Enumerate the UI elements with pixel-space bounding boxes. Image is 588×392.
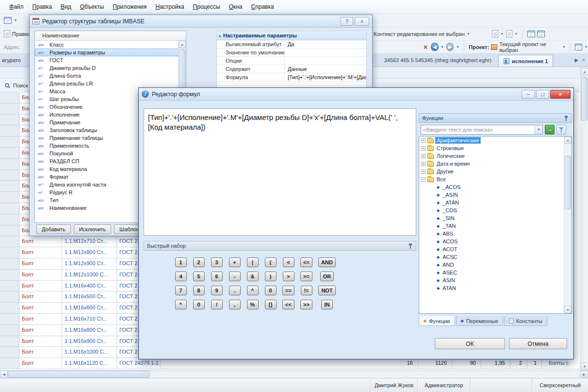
- row-header-cell[interactable]: [0, 303, 19, 314]
- table-row-last[interactable]: Болт 1.1.М16х1120 С... ГОСТ 24379.1-2...…: [0, 358, 588, 369]
- horizontal-scrollbar[interactable]: ◀ ▶: [0, 370, 588, 378]
- function-folder[interactable]: + Другие: [419, 168, 572, 175]
- row-header-cell[interactable]: [0, 358, 19, 369]
- quickpad-button[interactable]: 3: [211, 257, 223, 267]
- quickpad-button[interactable]: 7: [175, 286, 187, 295]
- row-header-cell[interactable]: [0, 203, 19, 214]
- expander-icon[interactable]: +: [421, 170, 425, 174]
- quickpad-button[interactable]: 2: [193, 257, 205, 267]
- chevron-down-icon[interactable]: ▾: [584, 45, 588, 49]
- quickpad-button[interactable]: ,: [229, 300, 241, 309]
- function-item[interactable]: ◆ ABS: [419, 230, 572, 238]
- add-button[interactable]: Добавить: [36, 224, 71, 234]
- scroll-up-icon[interactable]: ▲: [564, 136, 572, 144]
- expander-icon[interactable]: +: [421, 154, 425, 158]
- quickpad-button[interactable]: OR: [320, 272, 334, 281]
- row-header-cell[interactable]: [0, 159, 19, 170]
- function-item[interactable]: ◆ ACOT: [419, 245, 572, 253]
- project-combo[interactable]: Текущий проект не выбран: [499, 41, 560, 53]
- chevron-down-icon[interactable]: ▾: [562, 45, 566, 49]
- scroll-up-icon[interactable]: ▲: [179, 41, 186, 48]
- function-folder[interactable]: − Все: [419, 175, 572, 183]
- vertical-scrollbar[interactable]: ▲ ▼: [580, 68, 588, 370]
- quickpad-button[interactable]: <<: [282, 300, 294, 309]
- parameter-row[interactable]: Вычисляемый атрибут Да: [217, 40, 366, 49]
- quickpad-button[interactable]: +: [229, 257, 241, 267]
- quickpad-button[interactable]: 6: [211, 272, 223, 281]
- quickpad-button[interactable]: []: [265, 300, 277, 309]
- tree-scrollbar[interactable]: ▲ ▼: [564, 136, 572, 313]
- expander-icon[interactable]: −: [421, 177, 425, 182]
- function-item[interactable]: ◆ _COS: [419, 206, 572, 214]
- menu-item[interactable]: Правка: [28, 1, 57, 12]
- tab-variables[interactable]: ◆ Переменные: [456, 316, 503, 326]
- quickpad-button[interactable]: NOT: [318, 286, 335, 295]
- quickpad-button[interactable]: &: [247, 272, 259, 281]
- function-folder[interactable]: + Дата и время: [419, 160, 572, 168]
- quickpad-button[interactable]: ^: [247, 286, 259, 295]
- function-item[interactable]: ◆ ASEC: [419, 269, 572, 276]
- scroll-up-icon[interactable]: ▲: [581, 68, 588, 75]
- tab-active-document[interactable]: исполнение 1: [498, 55, 553, 67]
- attribute-list-item[interactable]: m² Длина болта: [35, 72, 179, 80]
- quickpad-button[interactable]: 5: [193, 272, 205, 281]
- chevron-down-icon[interactable]: ▾: [456, 45, 459, 49]
- attribute-list-item[interactable]: abc Размеры и параметры: [35, 49, 179, 56]
- attribute-list-item[interactable]: abc ГОСТ: [35, 56, 179, 64]
- chevron-down-icon[interactable]: ▾: [514, 32, 518, 36]
- row-header-cell[interactable]: [0, 214, 19, 225]
- scroll-down-icon[interactable]: ▼: [564, 306, 572, 313]
- context-combo[interactable]: Контекст редактирования не выбран: [374, 31, 465, 37]
- chevron-down-icon[interactable]: ▾: [14, 18, 17, 22]
- quickpad-button[interactable]: >>: [300, 300, 312, 309]
- row-header-cell[interactable]: [0, 314, 19, 325]
- function-item[interactable]: ◆ _ATAN: [419, 199, 572, 206]
- function-item[interactable]: ◆ AND: [419, 261, 572, 269]
- row-header-cell[interactable]: [0, 258, 19, 270]
- row-header-cell[interactable]: [0, 115, 19, 126]
- tree-scroll-thumb[interactable]: [565, 156, 571, 209]
- search-go-button[interactable]: →: [545, 125, 555, 135]
- quickpad-button[interactable]: 4: [175, 272, 187, 281]
- quickpad-button[interactable]: /: [211, 300, 223, 309]
- filter-button[interactable]: [556, 125, 566, 135]
- row-header-cell[interactable]: [0, 136, 19, 148]
- menu-item[interactable]: Процессы: [189, 1, 225, 12]
- quickpad-button[interactable]: 9: [211, 286, 223, 295]
- quickpad-button[interactable]: |: [247, 257, 259, 267]
- quickpad-button[interactable]: ): [265, 272, 277, 281]
- expander-icon[interactable]: +: [421, 146, 425, 151]
- chevron-down-icon[interactable]: ▾: [441, 45, 444, 49]
- minimize-button[interactable]: −: [522, 90, 535, 99]
- attribute-list-item[interactable]: m² Диаметр резьбы D: [35, 64, 179, 72]
- scroll-left-icon[interactable]: ◀: [0, 371, 8, 378]
- row-header-cell[interactable]: [0, 103, 19, 115]
- row-header-cell[interactable]: [0, 92, 19, 103]
- chevron-down-icon[interactable]: ▾: [500, 32, 504, 36]
- attribute-list-item[interactable]: abc Класс: [35, 41, 179, 49]
- tab-constants[interactable]: Константы: [504, 316, 547, 326]
- tab-close-icon[interactable]: ×: [582, 57, 585, 63]
- category-collapse-icon[interactable]: ▴: [219, 34, 221, 38]
- clear-icon[interactable]: ×: [422, 43, 429, 51]
- quickpad-button[interactable]: <: [283, 257, 294, 267]
- menu-item[interactable]: Приложения: [108, 1, 151, 12]
- forward-button[interactable]: ▶: [446, 43, 454, 51]
- function-folder[interactable]: + Логические: [419, 152, 572, 160]
- expander-icon[interactable]: +: [421, 138, 425, 143]
- formula-text-editor[interactable]: [Тип]+'.'+[Исполнение]+'.М'+[Диаметр рез…: [144, 108, 416, 236]
- chevron-down-icon[interactable]: ▾: [535, 125, 542, 134]
- pin-icon[interactable]: [564, 115, 569, 121]
- row-header-cell[interactable]: [0, 270, 19, 281]
- menu-item[interactable]: Настройка: [151, 1, 189, 12]
- tab-scroll-right-icon[interactable]: ▶: [574, 57, 578, 63]
- pin-icon[interactable]: [408, 243, 413, 249]
- row-header-cell[interactable]: [0, 347, 19, 358]
- function-item[interactable]: ◆ ASIN: [419, 276, 572, 284]
- exclude-button[interactable]: Исключить: [74, 224, 111, 234]
- quickpad-button[interactable]: ==: [282, 286, 294, 295]
- row-header-cell[interactable]: [0, 247, 19, 258]
- quickpad-button[interactable]: %: [247, 300, 259, 309]
- quickpad-button[interactable]: >: [283, 272, 294, 281]
- row-header-cell[interactable]: [0, 181, 19, 192]
